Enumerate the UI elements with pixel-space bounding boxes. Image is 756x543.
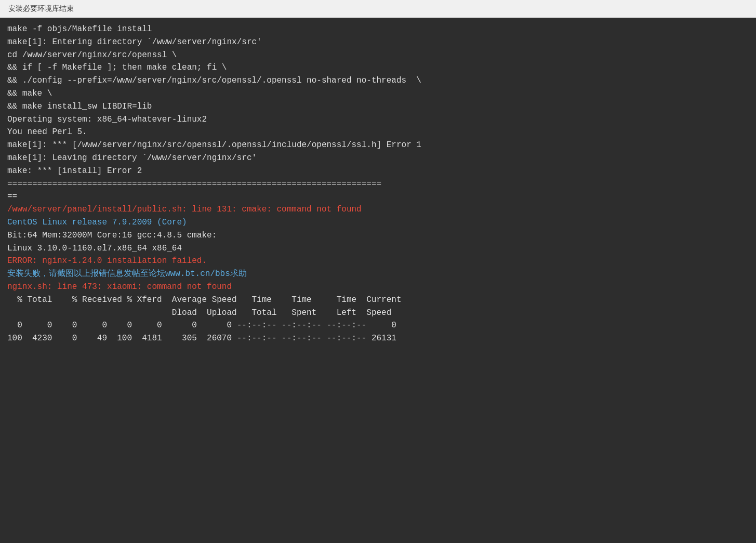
terminal-line-line16: CentOS Linux release 7.9.2009 (Core) xyxy=(7,216,749,229)
terminal-line-line26: 100 4230 0 49 100 4181 305 26070 --:--:-… xyxy=(7,332,749,345)
terminal-line-line22: % Total % Received % Xferd Average Speed… xyxy=(7,294,749,307)
title-bar: 安装必要环境库结束 xyxy=(0,0,756,18)
terminal-line-line25: 0 0 0 0 0 0 0 0 --:--:-- --:--:-- --:--:… xyxy=(7,319,749,332)
terminal-line-line10: make[1]: *** [/www/server/nginx/src/open… xyxy=(7,139,749,152)
terminal-line-line5: && ./config --prefix=/www/server/nginx/s… xyxy=(7,74,749,87)
title-text: 安装必要环境库结束 xyxy=(8,4,74,12)
terminal-line-line12: make: *** [install] Error 2 xyxy=(7,165,749,178)
terminal-line-line18: Linux 3.10.0-1160.el7.x86_64 x86_64 xyxy=(7,242,749,255)
terminal-line-line17: Bit:64 Mem:32000M Core:16 gcc:4.8.5 cmak… xyxy=(7,229,749,242)
terminal-line-line9: You need Perl 5. xyxy=(7,126,749,139)
terminal-line-line4: && if [ -f Makefile ]; then make clean; … xyxy=(7,61,749,74)
terminal-line-line21: nginx.sh: line 473: xiaomi: command not … xyxy=(7,281,749,294)
terminal-line-line20: 安装失败，请截图以上报错信息发帖至论坛www.bt.cn/bbs求助 xyxy=(7,268,749,281)
terminal-line-line23: Dload Upload Total Spent Left Speed xyxy=(7,307,749,320)
terminal-line-line15: /www/server/panel/install/public.sh: lin… xyxy=(7,203,749,216)
terminal-line-line7: && make install_sw LIBDIR=lib xyxy=(7,100,749,113)
terminal-line-line14: == xyxy=(7,190,749,203)
terminal-line-line6: && make \ xyxy=(7,87,749,100)
terminal-line-line1: make -f objs/Makefile install xyxy=(7,23,749,36)
terminal-line-line19: ERROR: nginx-1.24.0 installation failed. xyxy=(7,255,749,268)
terminal-line-line8: Operating system: x86_64-whatever-linux2 xyxy=(7,113,749,126)
terminal-line-line3: cd /www/server/nginx/src/openssl \ xyxy=(7,49,749,62)
terminal-line-line13: ========================================… xyxy=(7,178,749,191)
terminal: make -f objs/Makefile installmake[1]: En… xyxy=(0,18,756,350)
terminal-line-line11: make[1]: Leaving directory `/www/server/… xyxy=(7,152,749,165)
terminal-line-line2: make[1]: Entering directory `/www/server… xyxy=(7,36,749,49)
